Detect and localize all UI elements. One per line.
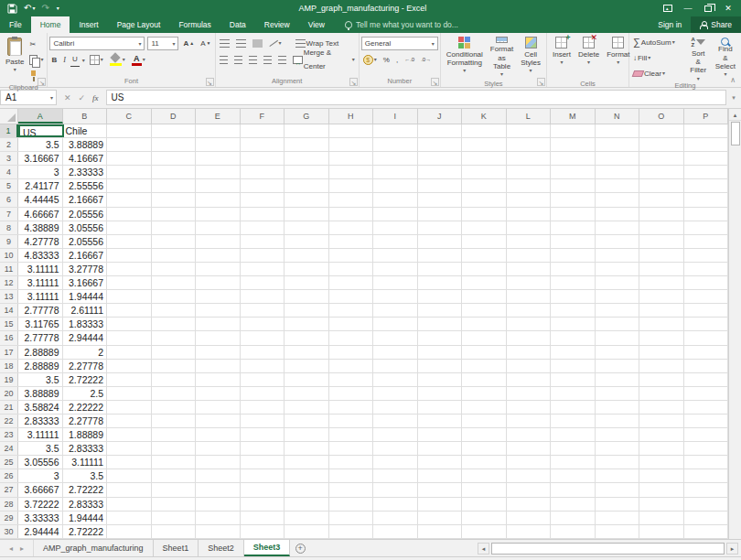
row-header[interactable]: 22 (0, 415, 18, 427)
cell-us-value[interactable]: 3 (18, 469, 63, 482)
row-header[interactable]: 18 (0, 360, 18, 372)
cell-chile-value[interactable]: 1.94444 (63, 512, 108, 524)
cell-us-value[interactable]: 4.44445 (18, 193, 63, 206)
comma-style-button[interactable]: , (394, 53, 400, 67)
sign-in-button[interactable]: Sign in (649, 20, 691, 29)
conditional-formatting-button[interactable]: Conditional Formatting▾ (443, 35, 487, 79)
align-middle-icon[interactable] (234, 37, 248, 50)
font-size-select[interactable]: 11▾ (147, 37, 178, 50)
column-header[interactable]: M (551, 109, 596, 124)
decrease-font-icon[interactable]: A▼ (199, 37, 212, 50)
orientation-button[interactable]: ▾ (267, 37, 284, 50)
empty-cells[interactable] (107, 221, 728, 234)
delete-cells-button[interactable]: ✕ Delete▾ (575, 35, 603, 79)
cut-button[interactable]: ✂ (27, 38, 45, 51)
cell-us-value[interactable]: 3.11111 (18, 428, 63, 441)
empty-cells[interactable] (107, 331, 728, 344)
row-header[interactable]: 17 (0, 346, 18, 359)
empty-cells[interactable] (107, 179, 728, 192)
format-as-table-button[interactable]: Format as Table▾ (487, 35, 517, 79)
sheet-tab[interactable]: Sheet1 (154, 540, 199, 556)
row-header[interactable]: 12 (0, 276, 18, 289)
row-header[interactable]: 1 (0, 124, 18, 137)
cell-chile-value[interactable]: 2.61111 (63, 304, 108, 317)
cell-chile-value[interactable]: 2.83333 (63, 498, 108, 511)
number-dialog-launcher[interactable]: ↘ (431, 78, 439, 86)
column-header[interactable]: H (329, 109, 374, 124)
column-header[interactable]: K (462, 109, 507, 124)
row-header[interactable]: 11 (0, 263, 18, 275)
sheet-tab[interactable]: Sheet2 (199, 540, 244, 556)
sort-filter-button[interactable]: AZ Sort & Filter▾ (685, 35, 712, 79)
empty-cells[interactable] (107, 208, 728, 221)
empty-cells[interactable] (107, 483, 728, 496)
customize-qat-icon[interactable]: ▾ (56, 5, 59, 11)
row-header[interactable]: 30 (0, 525, 18, 538)
cell-chile-value[interactable]: 2.72222 (63, 525, 108, 538)
empty-cells[interactable] (107, 498, 728, 511)
empty-cells[interactable] (107, 525, 728, 538)
insert-function-icon[interactable]: fx (92, 93, 99, 102)
cell-chile-value[interactable]: 3.88889 (63, 138, 108, 151)
empty-cells[interactable] (107, 373, 728, 386)
row-header[interactable]: 2 (0, 138, 18, 151)
empty-cells[interactable] (107, 124, 728, 137)
row-header[interactable]: 8 (0, 221, 18, 234)
font-name-select[interactable]: Calibri▾ (49, 37, 145, 50)
cell-chile-value[interactable]: 4.16667 (63, 152, 108, 165)
column-header[interactable]: P (684, 109, 729, 124)
empty-cells[interactable] (107, 415, 728, 427)
ribbon-tab[interactable]: Insert (70, 16, 107, 33)
increase-indent-icon[interactable] (276, 53, 288, 67)
cell-chile-value[interactable]: 2.72222 (63, 373, 108, 386)
cell-us-value[interactable]: 3.5 (18, 138, 63, 151)
ribbon-tab[interactable]: Home (31, 16, 70, 33)
cell-us-value[interactable]: 2.77778 (18, 304, 63, 317)
fill-handle[interactable] (61, 135, 64, 137)
cell-chile-value[interactable]: 2.55556 (63, 179, 108, 192)
scroll-right-icon[interactable]: ▸ (726, 543, 738, 555)
align-right-icon[interactable] (247, 53, 259, 67)
formula-input[interactable]: US (107, 90, 726, 105)
expand-formula-bar-icon[interactable]: ▾ (726, 94, 741, 102)
next-sheet-icon[interactable]: ▸ (20, 544, 24, 553)
find-select-button[interactable]: Find & Select▾ (712, 35, 739, 79)
sheet-tab[interactable]: AMP_graph_manufacturing (34, 540, 154, 556)
row-header[interactable]: 25 (0, 456, 18, 468)
collapse-ribbon-icon[interactable]: ∧ (730, 76, 736, 84)
empty-cells[interactable] (107, 290, 728, 303)
tell-me-box[interactable]: Tell me what you want to do... (334, 16, 458, 33)
cell-us-value[interactable]: 3.72222 (18, 498, 63, 511)
empty-cells[interactable] (107, 304, 728, 317)
cell-styles-button[interactable]: Cell Styles▾ (517, 35, 544, 79)
cell-chile-value[interactable]: 2.16667 (63, 193, 108, 206)
increase-decimal-icon[interactable]: ←.0 (403, 53, 416, 67)
horizontal-scrollbar[interactable]: ◂ ▸ (310, 540, 741, 556)
empty-cells[interactable] (107, 401, 728, 414)
cell-chile-value[interactable]: 2.33333 (63, 166, 108, 178)
column-header[interactable]: N (596, 109, 640, 124)
column-header[interactable]: B (63, 109, 108, 124)
empty-cells[interactable] (107, 469, 728, 482)
cell-us-value[interactable]: 2.88889 (18, 360, 63, 372)
row-header[interactable]: 28 (0, 498, 18, 511)
clear-button[interactable]: Clear▾ (631, 67, 685, 81)
row-header[interactable]: 4 (0, 166, 18, 178)
column-header[interactable]: F (241, 109, 285, 124)
cell-us-value[interactable]: 3.5 (18, 373, 63, 386)
align-bottom-icon[interactable] (251, 37, 264, 50)
borders-button[interactable]: ▾ (88, 53, 105, 67)
column-header[interactable]: C (107, 109, 152, 124)
cell-us-value[interactable]: 3.88889 (18, 387, 63, 400)
cell-chile-value[interactable]: 2 (63, 346, 108, 359)
font-dialog-launcher[interactable]: ↘ (206, 78, 214, 86)
row-header[interactable]: 21 (0, 401, 18, 414)
fill-button[interactable]: ↓Fill▾ (631, 51, 685, 65)
styles-dialog-launcher[interactable]: ↘ (537, 78, 545, 86)
fill-color-button[interactable]: ▾ (108, 53, 127, 67)
cell-chile-value[interactable]: 1.83333 (63, 318, 108, 330)
redo-button[interactable]: ↷ (41, 4, 48, 13)
cell-us-value[interactable]: 3.11111 (18, 276, 63, 289)
row-header[interactable]: 6 (0, 193, 18, 206)
row-header[interactable]: 13 (0, 290, 18, 303)
